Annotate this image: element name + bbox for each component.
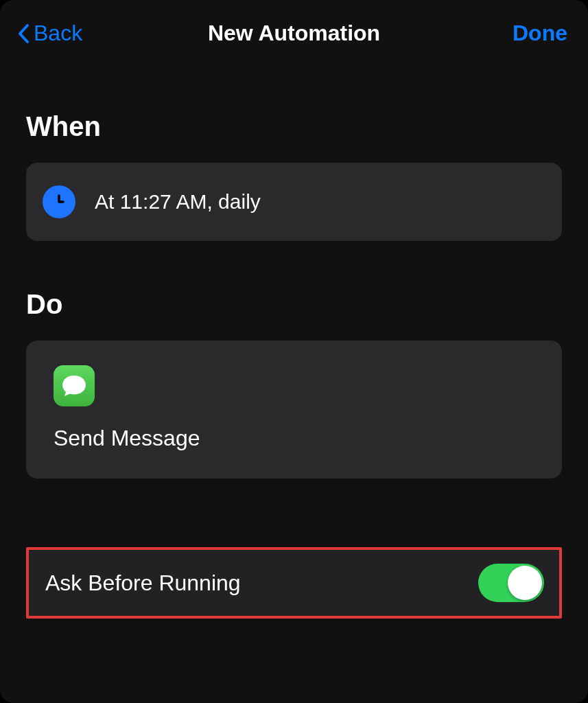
ask-before-running-row: Ask Before Running xyxy=(26,547,562,619)
when-condition-card[interactable]: At 11:27 AM, daily xyxy=(26,163,562,241)
do-action-label: Send Message xyxy=(54,426,200,451)
automation-screen: Back New Automation Done When At 11:27 A… xyxy=(0,0,588,703)
ask-before-running-label: Ask Before Running xyxy=(45,571,241,596)
do-section: Do Send Message xyxy=(0,289,588,479)
done-button[interactable]: Done xyxy=(513,21,567,46)
navigation-header: Back New Automation Done xyxy=(0,0,588,60)
clock-icon xyxy=(43,185,75,218)
when-section-title: When xyxy=(26,111,562,142)
page-title: New Automation xyxy=(208,21,380,46)
when-section: When At 11:27 AM, daily xyxy=(0,111,588,241)
do-section-title: Do xyxy=(26,289,562,320)
settings-section: Ask Before Running xyxy=(0,547,588,619)
toggle-knob xyxy=(508,566,542,600)
do-action-card[interactable]: Send Message xyxy=(26,341,562,479)
back-label: Back xyxy=(34,21,82,46)
back-button[interactable]: Back xyxy=(17,21,82,46)
when-condition-text: At 11:27 AM, daily xyxy=(95,190,261,214)
messages-app-icon xyxy=(54,365,95,406)
ask-before-running-toggle[interactable] xyxy=(478,564,544,602)
chevron-left-icon xyxy=(17,23,30,44)
